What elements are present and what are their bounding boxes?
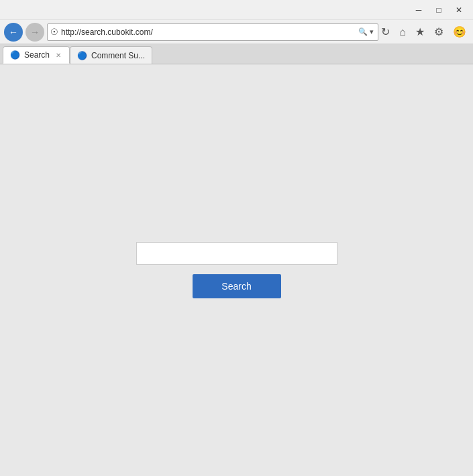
back-icon: ← — [9, 27, 18, 38]
minimize-button[interactable]: ─ — [410, 3, 427, 17]
refresh-icon: ↻ — [381, 26, 390, 38]
page-content: Search — [0, 64, 473, 476]
address-icon: ☉ — [50, 27, 58, 37]
refresh-button[interactable]: ↻ — [381, 25, 390, 38]
tab-search-favicon: 🔵 — [10, 50, 20, 60]
tab-search[interactable]: 🔵 Search ✕ — [3, 46, 70, 64]
home-icon[interactable]: ⌂ — [397, 25, 409, 40]
tab-comment[interactable]: 🔵 Comment Su... — [70, 46, 152, 64]
address-bar: ☉ 🔍 ▾ — [47, 23, 378, 41]
nav-bar: ← → ☉ 🔍 ▾ ↻ ⌂ ★ ⚙ 😊 — [0, 20, 473, 44]
settings-icon[interactable]: ⚙ — [431, 24, 446, 40]
close-button[interactable]: ✕ — [450, 3, 468, 17]
tab-search-label: Search — [24, 50, 50, 60]
tab-comment-label: Comment Su... — [91, 51, 145, 60]
tab-search-close[interactable]: ✕ — [54, 52, 62, 59]
tab-comment-favicon: 🔵 — [77, 51, 87, 60]
address-search-btn[interactable]: 🔍 ▾ — [357, 27, 375, 36]
favorites-icon[interactable]: ★ — [413, 24, 427, 40]
search-input[interactable] — [136, 242, 337, 265]
search-button[interactable]: Search — [193, 274, 281, 298]
maximize-button[interactable]: □ — [430, 3, 448, 17]
user-icon[interactable]: 😊 — [450, 24, 469, 40]
forward-icon: → — [30, 27, 40, 38]
toolbar-right: ⌂ ★ ⚙ 😊 — [397, 24, 469, 40]
forward-button[interactable]: → — [25, 23, 44, 42]
url-input[interactable] — [61, 27, 354, 37]
title-bar: ─ □ ✕ — [0, 0, 473, 20]
back-button[interactable]: ← — [4, 23, 23, 42]
tabs-bar: 🔵 Search ✕ 🔵 Comment Su... — [0, 44, 473, 64]
